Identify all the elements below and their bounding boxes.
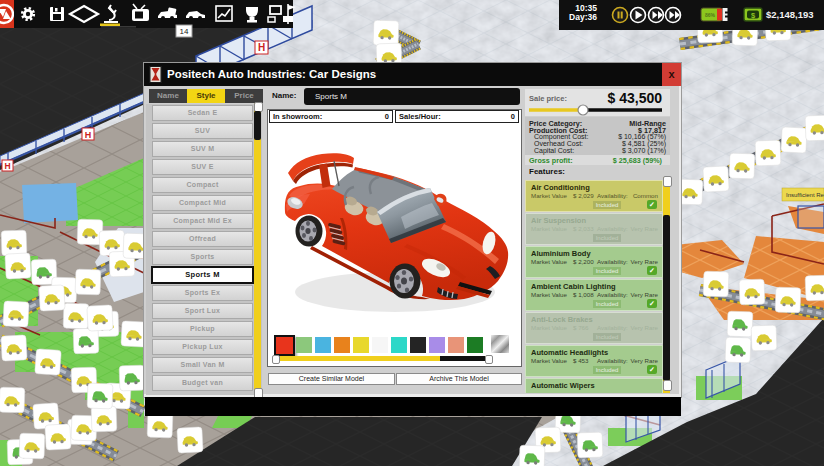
svg-text:86%: 86%	[705, 12, 716, 18]
svg-text:H: H	[85, 130, 92, 140]
svg-text:Insufficient Res: Insufficient Res	[786, 192, 824, 198]
svg-text:H: H	[258, 42, 265, 53]
svg-text:14: 14	[180, 27, 189, 36]
svg-text:H: H	[4, 161, 10, 171]
